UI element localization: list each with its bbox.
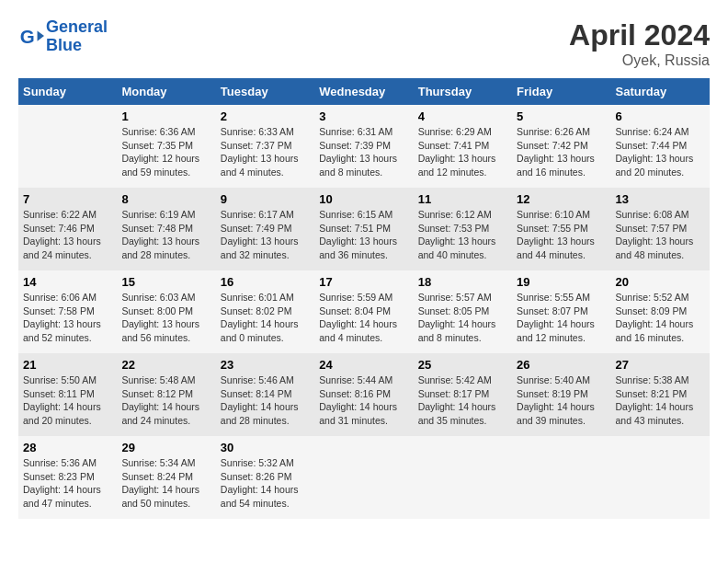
day-info: Sunrise: 5:55 AMSunset: 8:07 PMDaylight:…: [517, 291, 606, 345]
day-info: Sunrise: 6:10 AMSunset: 7:55 PMDaylight:…: [517, 208, 606, 262]
calendar-cell: 19Sunrise: 5:55 AMSunset: 8:07 PMDayligh…: [512, 270, 610, 353]
logo-line2: Blue: [46, 36, 82, 54]
day-info: Sunrise: 6:15 AMSunset: 7:51 PMDaylight:…: [319, 208, 408, 262]
calendar-cell: 18Sunrise: 5:57 AMSunset: 8:05 PMDayligh…: [414, 270, 512, 353]
calendar-cell: 26Sunrise: 5:40 AMSunset: 8:19 PMDayligh…: [512, 353, 610, 436]
day-info: Sunrise: 6:17 AMSunset: 7:49 PMDaylight:…: [221, 208, 310, 262]
calendar-cell: 28Sunrise: 5:36 AMSunset: 8:23 PMDayligh…: [18, 436, 117, 519]
day-number: 3: [319, 109, 408, 123]
day-number: 17: [319, 275, 408, 289]
day-number: 24: [319, 358, 408, 372]
calendar-cell: 22Sunrise: 5:48 AMSunset: 8:12 PMDayligh…: [117, 353, 215, 436]
column-header-monday: Monday: [117, 78, 215, 105]
day-info: Sunrise: 6:01 AMSunset: 8:02 PMDaylight:…: [221, 291, 310, 345]
calendar-cell: 27Sunrise: 5:38 AMSunset: 8:21 PMDayligh…: [611, 353, 710, 436]
day-info: Sunrise: 5:48 AMSunset: 8:12 PMDaylight:…: [121, 373, 210, 428]
day-number: 4: [418, 109, 507, 123]
day-info: Sunrise: 5:42 AMSunset: 8:17 PMDaylight:…: [418, 373, 507, 428]
main-title: April 2024: [569, 18, 710, 52]
calendar-cell: 2Sunrise: 6:33 AMSunset: 7:37 PMDaylight…: [216, 105, 314, 188]
calendar-cell: 5Sunrise: 6:26 AMSunset: 7:42 PMDaylight…: [512, 105, 610, 188]
week-row-4: 21Sunrise: 5:50 AMSunset: 8:11 PMDayligh…: [18, 353, 710, 436]
day-number: 5: [517, 109, 606, 123]
calendar-cell: 25Sunrise: 5:42 AMSunset: 8:17 PMDayligh…: [414, 353, 512, 436]
day-info: Sunrise: 5:40 AMSunset: 8:19 PMDaylight:…: [517, 373, 606, 428]
day-number: 1: [121, 109, 210, 123]
logo-icon: G: [18, 24, 44, 50]
calendar-cell: 30Sunrise: 5:32 AMSunset: 8:26 PMDayligh…: [216, 436, 314, 519]
calendar-cell: 3Sunrise: 6:31 AMSunset: 7:39 PMDaylight…: [314, 105, 413, 188]
day-number: 6: [616, 109, 705, 123]
svg-marker-1: [38, 30, 44, 40]
day-number: 2: [221, 109, 310, 123]
day-number: 19: [517, 275, 606, 289]
day-number: 29: [121, 441, 210, 454]
day-info: Sunrise: 6:08 AMSunset: 7:57 PMDaylight:…: [616, 208, 705, 262]
calendar-cell: 29Sunrise: 5:34 AMSunset: 8:24 PMDayligh…: [117, 436, 215, 519]
svg-text:G: G: [20, 25, 35, 46]
calendar-cell: 1Sunrise: 6:36 AMSunset: 7:35 PMDaylight…: [117, 105, 215, 188]
logo-text: General Blue: [46, 18, 108, 55]
day-number: 30: [221, 441, 310, 454]
column-header-saturday: Saturday: [611, 78, 710, 105]
day-info: Sunrise: 6:33 AMSunset: 7:37 PMDaylight:…: [221, 125, 310, 179]
calendar-table: SundayMondayTuesdayWednesdayThursdayFrid…: [18, 78, 710, 519]
calendar-cell: [611, 436, 710, 519]
day-info: Sunrise: 6:06 AMSunset: 7:58 PMDaylight:…: [23, 291, 112, 345]
calendar-cell: [414, 436, 512, 519]
calendar-cell: [512, 436, 610, 519]
day-number: 18: [418, 275, 507, 289]
column-header-sunday: Sunday: [18, 78, 117, 105]
calendar-cell: 17Sunrise: 5:59 AMSunset: 8:04 PMDayligh…: [314, 270, 413, 353]
day-number: 12: [517, 192, 606, 206]
calendar-cell: 4Sunrise: 6:29 AMSunset: 7:41 PMDaylight…: [414, 105, 512, 188]
week-row-5: 28Sunrise: 5:36 AMSunset: 8:23 PMDayligh…: [18, 436, 710, 519]
calendar-cell: 12Sunrise: 6:10 AMSunset: 7:55 PMDayligh…: [512, 188, 610, 270]
page-header: G General Blue April 2024 Oyek, Russia: [18, 18, 710, 69]
calendar-cell: 20Sunrise: 5:52 AMSunset: 8:09 PMDayligh…: [611, 270, 710, 353]
day-number: 22: [121, 358, 210, 372]
calendar-cell: 14Sunrise: 6:06 AMSunset: 7:58 PMDayligh…: [18, 270, 117, 353]
calendar-cell: 24Sunrise: 5:44 AMSunset: 8:16 PMDayligh…: [314, 353, 413, 436]
day-number: 10: [319, 192, 408, 206]
calendar-cell: [314, 436, 413, 519]
column-header-friday: Friday: [512, 78, 610, 105]
day-number: 7: [23, 192, 112, 206]
calendar-cell: 11Sunrise: 6:12 AMSunset: 7:53 PMDayligh…: [414, 188, 512, 270]
day-info: Sunrise: 6:26 AMSunset: 7:42 PMDaylight:…: [517, 125, 606, 179]
column-header-tuesday: Tuesday: [216, 78, 314, 105]
calendar-cell: 7Sunrise: 6:22 AMSunset: 7:46 PMDaylight…: [18, 188, 117, 270]
day-number: 14: [23, 275, 112, 289]
day-info: Sunrise: 5:38 AMSunset: 8:21 PMDaylight:…: [616, 373, 705, 428]
day-number: 21: [23, 358, 112, 372]
day-info: Sunrise: 5:46 AMSunset: 8:14 PMDaylight:…: [221, 373, 310, 428]
day-number: 20: [616, 275, 705, 289]
day-info: Sunrise: 5:32 AMSunset: 8:26 PMDaylight:…: [221, 456, 310, 511]
day-info: Sunrise: 6:19 AMSunset: 7:48 PMDaylight:…: [121, 208, 210, 262]
week-row-1: 1Sunrise: 6:36 AMSunset: 7:35 PMDaylight…: [18, 105, 710, 188]
column-header-wednesday: Wednesday: [314, 78, 413, 105]
header-row: SundayMondayTuesdayWednesdayThursdayFrid…: [18, 78, 710, 105]
day-info: Sunrise: 5:52 AMSunset: 8:09 PMDaylight:…: [616, 291, 705, 345]
day-number: 13: [616, 192, 705, 206]
day-info: Sunrise: 5:44 AMSunset: 8:16 PMDaylight:…: [319, 373, 408, 428]
day-info: Sunrise: 6:31 AMSunset: 7:39 PMDaylight:…: [319, 125, 408, 179]
day-number: 8: [121, 192, 210, 206]
day-number: 26: [517, 358, 606, 372]
day-number: 28: [23, 441, 112, 454]
day-number: 27: [616, 358, 705, 372]
calendar-cell: 23Sunrise: 5:46 AMSunset: 8:14 PMDayligh…: [216, 353, 314, 436]
day-info: Sunrise: 5:36 AMSunset: 8:23 PMDaylight:…: [23, 456, 112, 511]
day-number: 25: [418, 358, 507, 372]
calendar-cell: 16Sunrise: 6:01 AMSunset: 8:02 PMDayligh…: [216, 270, 314, 353]
logo: G General Blue: [18, 18, 108, 55]
week-row-2: 7Sunrise: 6:22 AMSunset: 7:46 PMDaylight…: [18, 188, 710, 270]
calendar-cell: [18, 105, 117, 188]
day-info: Sunrise: 5:50 AMSunset: 8:11 PMDaylight:…: [23, 373, 112, 428]
day-number: 16: [221, 275, 310, 289]
day-info: Sunrise: 6:24 AMSunset: 7:44 PMDaylight:…: [616, 125, 705, 179]
day-info: Sunrise: 6:29 AMSunset: 7:41 PMDaylight:…: [418, 125, 507, 179]
day-number: 23: [221, 358, 310, 372]
calendar-cell: 13Sunrise: 6:08 AMSunset: 7:57 PMDayligh…: [611, 188, 710, 270]
calendar-cell: 21Sunrise: 5:50 AMSunset: 8:11 PMDayligh…: [18, 353, 117, 436]
